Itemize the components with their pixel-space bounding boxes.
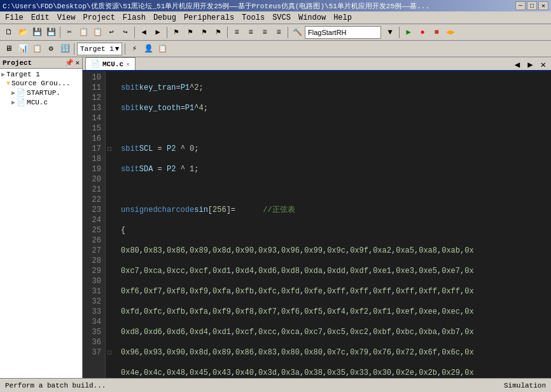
tree-item-startup[interactable]: ▶ 📄 STARTUP. bbox=[11, 88, 81, 97]
status-right: Simulation bbox=[504, 382, 546, 389]
fold-marker-17[interactable]: □ bbox=[106, 144, 113, 154]
align-right-icon[interactable]: ≡ bbox=[258, 26, 271, 39]
menu-svcs[interactable]: SVCS bbox=[269, 12, 295, 24]
nav-fwd-icon[interactable]: ▶ bbox=[151, 26, 164, 39]
title-text: C:\Users\FDD\Desktop\优质资源\51黑论坛_51单片机应用开… bbox=[3, 1, 429, 11]
project-close-btn[interactable]: ✕ bbox=[75, 59, 80, 67]
build-icon[interactable]: 🔨 bbox=[291, 26, 303, 39]
flag-input[interactable] bbox=[305, 26, 381, 39]
step-icon[interactable]: ◀▶ bbox=[444, 26, 457, 39]
tree-item-mcu[interactable]: ▶ 📄 MCU.c bbox=[11, 97, 81, 107]
t2-icon5[interactable]: 🔢 bbox=[59, 43, 71, 55]
align-center-icon[interactable]: ≡ bbox=[244, 26, 257, 39]
tab-icon: 📄 bbox=[91, 60, 100, 68]
menu-file[interactable]: File bbox=[1, 12, 27, 24]
mcu-file-icon: 📄 bbox=[17, 98, 25, 106]
maximize-button[interactable]: □ bbox=[527, 1, 537, 10]
line-18: 0x80,0x83,0x86,0x89,0x8d,0x90,0x93,0x96,… bbox=[121, 246, 546, 256]
paste-icon[interactable]: 📋 bbox=[91, 26, 104, 39]
stop-icon[interactable]: ■ bbox=[430, 26, 443, 39]
bookmark3-icon[interactable]: ⚑ bbox=[198, 26, 211, 39]
status-bar: Perform a batch build... Simulation bbox=[0, 378, 551, 392]
editor-tab-mcu[interactable]: 📄 MCU.c ✕ bbox=[85, 57, 136, 70]
save-icon[interactable]: 💾 bbox=[31, 26, 43, 39]
target-dropdown-arrow: ▼ bbox=[115, 45, 120, 53]
code-area[interactable]: 1011121314 1516171819 2021222324 2526272… bbox=[83, 71, 551, 378]
line-10: sbit key_tran=P1^2; bbox=[121, 83, 546, 93]
line-20: 0xf6,0xf7,0xf8,0xf9,0xfa,0xfb,0xfc,0xfd,… bbox=[121, 286, 546, 297]
cut-icon[interactable]: ✂ bbox=[63, 26, 76, 39]
project-header-buttons[interactable]: 📌 ✕ bbox=[65, 59, 80, 67]
save-all-icon[interactable]: 💾 bbox=[45, 26, 57, 39]
line-14: sbit SDA = P2 ^ 1; bbox=[121, 164, 546, 174]
source-group-expand-icon: ▼ bbox=[6, 80, 10, 87]
menu-project[interactable]: Project bbox=[79, 12, 118, 24]
sep1 bbox=[60, 27, 60, 38]
minimize-button[interactable]: ─ bbox=[515, 1, 526, 10]
copy-icon[interactable]: 📋 bbox=[77, 26, 90, 39]
magic-wand-icon[interactable]: ⚡ bbox=[128, 43, 141, 55]
target-dropdown[interactable]: Target 1 ▼ bbox=[77, 43, 122, 55]
breakpoint-icon[interactable]: ● bbox=[416, 26, 429, 39]
title-bar-buttons[interactable]: ─ □ ✕ bbox=[515, 1, 548, 10]
line-17: { bbox=[121, 225, 546, 235]
project-panel: Project 📌 ✕ ▶ Target 1 ▼ Source Grou... … bbox=[0, 57, 83, 378]
t2-icon4[interactable]: ⚙ bbox=[45, 43, 57, 55]
bookmark2-icon[interactable]: ⚑ bbox=[184, 26, 197, 39]
sep2 bbox=[134, 27, 135, 38]
new-file-icon[interactable]: 🗋 bbox=[3, 26, 15, 39]
close-button[interactable]: ✕ bbox=[538, 1, 548, 10]
menu-view[interactable]: View bbox=[53, 12, 80, 24]
t2-icon2[interactable]: 📊 bbox=[17, 43, 29, 55]
source-group-label: Source Grou... bbox=[11, 80, 70, 87]
target-label: Target 1 bbox=[6, 71, 40, 78]
tree-item-target[interactable]: ▶ Target 1 bbox=[1, 70, 81, 79]
align-justify-icon[interactable]: ≡ bbox=[272, 26, 285, 39]
menu-peripherals[interactable]: Peripherals bbox=[180, 12, 238, 24]
align-left-icon[interactable]: ≡ bbox=[230, 26, 243, 39]
menu-debug[interactable]: Debug bbox=[150, 12, 180, 24]
person-icon[interactable]: 👤 bbox=[142, 43, 155, 55]
target-expand-icon: ▶ bbox=[1, 71, 5, 78]
project-pin-btn[interactable]: 📌 bbox=[65, 59, 74, 67]
line-13: sbit SCL = P2 ^ 0; bbox=[121, 144, 546, 154]
open-file-icon[interactable]: 📂 bbox=[17, 26, 29, 39]
t2-icon1[interactable]: 🖥 bbox=[3, 43, 15, 55]
run-icon[interactable]: ▶ bbox=[402, 26, 415, 39]
tab-close-btn[interactable]: ✕ bbox=[126, 60, 130, 68]
menu-flash[interactable]: Flash bbox=[119, 12, 150, 24]
project-title: Project bbox=[3, 59, 32, 67]
copy2-icon[interactable]: 📋 bbox=[156, 43, 169, 55]
nav-back-icon[interactable]: ◀ bbox=[137, 26, 150, 39]
redo-icon[interactable]: ↪ bbox=[119, 26, 132, 39]
main-area: Project 📌 ✕ ▶ Target 1 ▼ Source Grou... … bbox=[0, 57, 551, 378]
tree-item-source-group[interactable]: ▼ Source Grou... bbox=[6, 79, 81, 88]
fold-marker-37[interactable]: □ bbox=[106, 347, 113, 358]
sep3 bbox=[167, 27, 167, 38]
fold-gutter: □ □ bbox=[106, 71, 116, 378]
editor-tab-actions[interactable]: ◀ ▶ ✕ bbox=[512, 59, 548, 70]
editor-right-btn[interactable]: ▶ bbox=[525, 59, 535, 70]
code-content[interactable]: sbit key_tran=P1^2; sbit key_tooth=P1^4;… bbox=[116, 71, 551, 378]
startup-expand-icon: ▶ bbox=[11, 89, 15, 97]
bookmark4-icon[interactable]: ⚑ bbox=[212, 26, 225, 39]
bookmark1-icon[interactable]: ⚑ bbox=[170, 26, 183, 39]
line-numbers: 1011121314 1516171819 2021222324 2526272… bbox=[83, 71, 106, 378]
t2-icon3[interactable]: 📋 bbox=[31, 43, 43, 55]
status-simulation: Simulation bbox=[504, 382, 546, 389]
editor-left-btn[interactable]: ◀ bbox=[512, 59, 522, 70]
status-left: Perform a batch build... bbox=[5, 382, 106, 389]
menu-edit[interactable]: Edit bbox=[27, 12, 53, 24]
undo-icon[interactable]: ↩ bbox=[105, 26, 118, 39]
editor-close-all-btn[interactable]: ✕ bbox=[538, 59, 548, 70]
target-label: Target 1 bbox=[80, 45, 114, 53]
line-23: 0x96,0x93,0x90,0x8d,0x89,0x86,0x83,0x80,… bbox=[121, 347, 546, 358]
sep7 bbox=[74, 43, 74, 55]
project-tree: ▶ Target 1 ▼ Source Grou... ▶ 📄 STARTUP.… bbox=[0, 69, 82, 378]
flag-dropdown[interactable]: ▼ bbox=[384, 26, 396, 39]
sep6 bbox=[399, 27, 400, 38]
menu-tools[interactable]: Tools bbox=[238, 12, 269, 24]
menu-help[interactable]: Help bbox=[330, 12, 356, 24]
toolbar-1: 🗋 📂 💾 💾 ✂ 📋 📋 ↩ ↪ ◀ ▶ ⚑ ⚑ ⚑ ⚑ ≡ ≡ ≡ ≡ 🔨 … bbox=[0, 24, 551, 41]
menu-window[interactable]: Window bbox=[295, 12, 330, 24]
